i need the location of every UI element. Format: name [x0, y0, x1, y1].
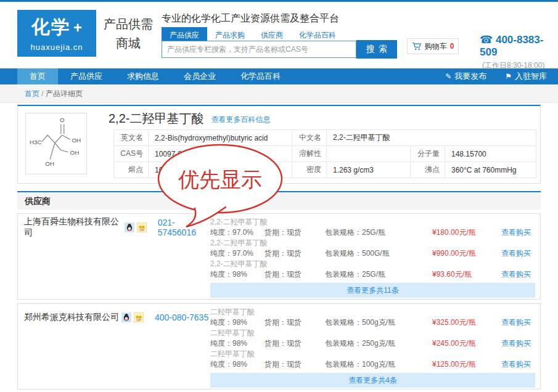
- listing-purity: 纯度：98%: [210, 359, 265, 370]
- atom-label: OH: [70, 149, 80, 156]
- supplier-name[interactable]: 郑州希派克科技有限公司: [24, 312, 119, 323]
- listing-price: ¥245.00元/瓶: [432, 338, 501, 349]
- site-logo[interactable]: 化学 + huaxuejia.cn: [17, 10, 96, 57]
- atom-label: H3C: [30, 139, 42, 145]
- listing-delivery: 货期：现货: [265, 248, 325, 259]
- vip-icon: VIP: [137, 223, 147, 232]
- cart-button[interactable]: 购物车 0: [407, 38, 459, 54]
- listing-delivery: 货期：现货: [265, 269, 325, 280]
- nav-item-encyclopedia[interactable]: 化学品百科: [228, 68, 293, 84]
- nav-item-home[interactable]: 首页: [17, 68, 58, 84]
- page-title: 2,2-二羟甲基丁酸: [109, 110, 203, 127]
- pencil-icon: ✎: [445, 68, 451, 84]
- svg-text:VIP: VIP: [136, 318, 142, 322]
- qq-icon[interactable]: [125, 223, 134, 232]
- product-panel: H3C O OH OH OH 2,2-二羟甲基丁酸 查看更多百科信息 英文名 2…: [17, 105, 541, 184]
- publish-button[interactable]: ✎ 我要发布: [440, 68, 491, 84]
- view-buy-link[interactable]: 查看购买: [501, 359, 531, 370]
- search-button[interactable]: 搜索: [356, 40, 397, 59]
- listing-price: ¥125.00元/瓶: [432, 359, 501, 370]
- listing-price: ¥325.00元/瓶: [432, 317, 501, 329]
- field-value-cas: 10097-02-6: [149, 146, 292, 162]
- field-value-molweight: 148.15700: [445, 146, 536, 162]
- page: 化学 + huaxuejia.cn 产品供需 商城 专业的化学化工产业资源供需及…: [0, 0, 558, 392]
- listing-row: 二羟甲基丁酸 纯度：98% 货期：现货 包装规格：500g克/瓶 ¥325.00…: [210, 308, 535, 329]
- supplier-card: 郑州希派克科技有限公司 VIP 400-080-7635 二羟甲基丁酸 纯度：9…: [17, 303, 541, 390]
- svg-text:VIP: VIP: [139, 228, 145, 232]
- listing-row: 二羟甲基丁酸 纯度：98% 货期：现货 包装规格：250g克/瓶 ¥245.00…: [210, 329, 535, 349]
- field-value-meltingpoint: 109: [149, 162, 292, 178]
- listing-purity: 纯度：98%: [210, 317, 265, 329]
- structure-image: H3C O OH OH OH: [25, 113, 87, 174]
- join-thinktank-button[interactable]: ⚑ 入驻智库: [500, 68, 552, 84]
- view-more-button[interactable]: 查看更多共4条: [210, 373, 535, 388]
- field-value-solubility: [327, 146, 411, 162]
- view-buy-link[interactable]: 查看购买: [501, 227, 531, 239]
- brand-line2: 商城: [99, 34, 158, 53]
- brand-line1: 产品供需: [99, 15, 158, 34]
- more-baike-link[interactable]: 查看更多百科信息: [211, 115, 270, 127]
- listing-price: ¥93.60元/瓶: [432, 269, 501, 280]
- suppliers-section-title: 供应商: [17, 192, 541, 210]
- field-value-en-name: 2,2-Bis(hydroxymethyl)butyric acid: [149, 130, 292, 146]
- field-label: 中文名: [292, 130, 327, 146]
- listing-package: 包装规格：25G/瓶: [325, 269, 432, 280]
- listing-price: ¥990.00元/瓶: [432, 248, 501, 259]
- listing-row: 2,2-二羟甲基丁酸 纯度：97.0% 货期：现货 包装规格：25G/瓶 ¥18…: [210, 218, 535, 239]
- atom-label: OH: [45, 160, 54, 167]
- listing-purity: 纯度：97.0%: [210, 248, 265, 259]
- vip-icon: VIP: [134, 312, 144, 322]
- listing-delivery: 货期：现货: [265, 359, 325, 370]
- search-input[interactable]: [162, 41, 356, 58]
- field-label: 溶解性: [292, 146, 327, 162]
- plus-icon: +: [73, 19, 82, 36]
- field-value-cn-name: 2,2-二羟甲基丁酸: [327, 130, 536, 146]
- supplier-name[interactable]: 上海百舜生物科技有限公司: [24, 216, 122, 239]
- cart-icon: [412, 42, 422, 51]
- qq-icon[interactable]: [121, 312, 131, 322]
- top-accent-line: [0, 0, 558, 2]
- nav-item-wanted-info[interactable]: 求购信息: [115, 68, 171, 84]
- view-more-button[interactable]: 查看更多共11条: [210, 283, 535, 298]
- cart-label: 购物车: [425, 41, 447, 52]
- supplier-phone[interactable]: 021-57456016: [158, 218, 210, 237]
- listing-product-name: 2,2-二羟甲基丁酸: [210, 239, 535, 248]
- listing-row: 二羟甲基丁酸 纯度：98% 货期：现货 包装规格：100g克/瓶 ¥125.00…: [210, 349, 535, 370]
- supplier-phone[interactable]: 400-080-7635: [155, 312, 208, 322]
- breadcrumb: 首页 / 产品详细页: [0, 84, 558, 103]
- listing-package: 包装规格：500g克/瓶: [325, 317, 432, 329]
- view-buy-link[interactable]: 查看购买: [501, 338, 531, 349]
- listing-purity: 纯度：98%: [210, 269, 265, 280]
- nav-item-product-supply[interactable]: 产品供应: [58, 68, 115, 84]
- field-label: 密度: [292, 162, 327, 178]
- product-info-table: 英文名 2,2-Bis(hydroxymethyl)butyric acid 中…: [113, 129, 536, 178]
- field-label: 沸点: [411, 162, 445, 178]
- listing-row: 2,2-二羟甲基丁酸 纯度：98% 货期：现货 包装规格：25G/瓶 ¥93.6…: [210, 259, 535, 280]
- listing-price: ¥180.00元/瓶: [432, 227, 501, 239]
- listing-product-name: 二羟甲基丁酸: [210, 329, 535, 338]
- logo-title: 化学: [31, 15, 71, 40]
- listing-delivery: 货期：现货: [265, 317, 325, 329]
- view-buy-link[interactable]: 查看购买: [501, 317, 531, 329]
- listing-purity: 纯度：98%: [210, 338, 265, 349]
- field-label: 分子量: [411, 146, 445, 162]
- listing-package: 包装规格：100g克/瓶: [325, 359, 432, 370]
- publish-label: 我要发布: [454, 68, 486, 84]
- view-buy-link[interactable]: 查看购买: [501, 269, 531, 280]
- listing-package: 包装规格：500G/瓶: [325, 248, 432, 259]
- nav-item-member-companies[interactable]: 会员企业: [171, 68, 228, 84]
- listing-delivery: 货期：现货: [265, 338, 325, 349]
- breadcrumb-home[interactable]: 首页: [25, 89, 39, 98]
- listing-purity: 纯度：97.0%: [210, 227, 265, 239]
- field-value-boilingpoint: 360°C at 760mmHg: [445, 162, 536, 178]
- flag-icon: ⚑: [505, 68, 512, 84]
- join-thinktank-label: 入驻智库: [515, 68, 547, 84]
- cart-count: 0: [450, 42, 454, 51]
- field-label: CAS号: [114, 146, 149, 162]
- site-slogan: 专业的化学化工产业资源供需及整合平台: [162, 12, 339, 25]
- hotline: ☎ 400-8383-509 (工作日8:30-18:00): [480, 33, 558, 71]
- listing-package: 包装规格：25G/瓶: [325, 227, 432, 239]
- logo-domain: huaxuejia.cn: [31, 43, 83, 52]
- view-buy-link[interactable]: 查看购买: [501, 248, 531, 259]
- breadcrumb-current: 产品详细页: [46, 89, 83, 98]
